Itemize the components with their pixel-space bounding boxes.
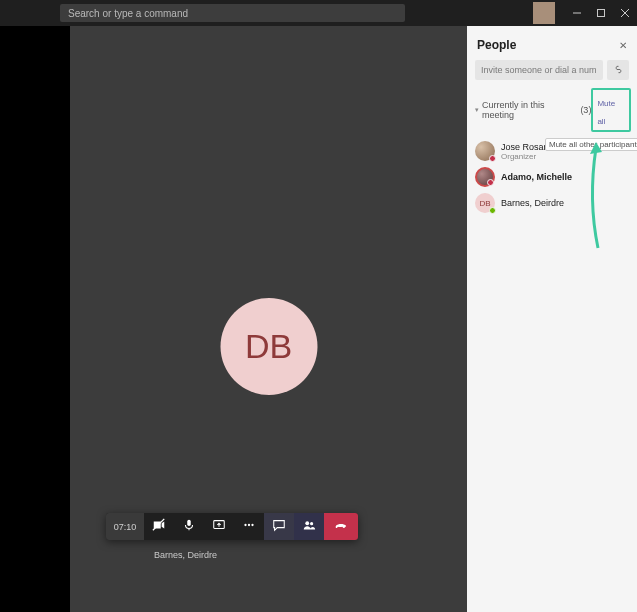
presence-available-icon: [489, 207, 496, 214]
chat-button[interactable]: [264, 513, 294, 540]
dial-pad-button[interactable]: [607, 60, 629, 80]
link-icon: [613, 61, 624, 79]
participant-list: Jose Rosario Organizer Mute all other pa…: [467, 138, 637, 216]
people-button[interactable]: [294, 513, 324, 540]
mic-toggle-button[interactable]: [174, 513, 204, 540]
camera-toggle-button[interactable]: [144, 513, 174, 540]
svg-point-10: [305, 521, 309, 525]
participant-name-caption: Barnes, Deirdre: [154, 550, 217, 560]
svg-rect-1: [598, 10, 605, 17]
participant-row[interactable]: DB Barnes, Deirdre: [467, 190, 637, 216]
video-stage: DB 07:10: [70, 26, 467, 612]
svg-point-8: [248, 523, 250, 525]
share-screen-icon: [212, 518, 226, 536]
share-screen-button[interactable]: [204, 513, 234, 540]
search-container: [60, 4, 405, 22]
maximize-button[interactable]: [589, 0, 613, 26]
close-icon: ✕: [619, 40, 627, 51]
presence-busy-icon: [489, 155, 496, 162]
more-actions-button[interactable]: [234, 513, 264, 540]
presence-busy-icon: [487, 179, 494, 186]
camera-off-icon: [152, 518, 166, 536]
people-icon: [302, 518, 316, 536]
section-count: (3): [580, 105, 591, 115]
search-input[interactable]: [68, 8, 397, 19]
hangup-icon: [334, 518, 348, 536]
chevron-down-icon[interactable]: ▾: [475, 106, 479, 114]
chat-icon: [272, 518, 286, 536]
avatar: [475, 167, 495, 187]
call-duration: 07:10: [106, 513, 144, 540]
people-title: People: [477, 38, 516, 52]
participant-name: Barnes, Deirdre: [501, 198, 564, 208]
avatar: DB: [475, 193, 495, 213]
participant-role: Organizer: [501, 152, 554, 161]
ellipsis-icon: [242, 518, 256, 536]
participant-row[interactable]: Jose Rosario Organizer Mute all other pa…: [467, 138, 637, 164]
participant-row[interactable]: Adamo, Michelle: [467, 164, 637, 190]
minimize-button[interactable]: [565, 0, 589, 26]
call-toolbar: 07:10: [106, 513, 358, 540]
avatar: [475, 141, 495, 161]
people-panel: People ✕ ▾ Currently in this meeting (3)…: [467, 26, 637, 612]
user-avatar-tile[interactable]: [533, 2, 555, 24]
svg-rect-5: [187, 519, 191, 525]
svg-point-11: [310, 522, 313, 525]
close-window-button[interactable]: [613, 0, 637, 26]
svg-point-7: [244, 523, 246, 525]
section-label: Currently in this meeting: [482, 100, 577, 120]
hangup-button[interactable]: [324, 513, 358, 540]
participant-avatar-large: DB: [220, 298, 317, 395]
svg-point-9: [251, 523, 253, 525]
microphone-icon: [182, 518, 196, 536]
left-rail: [0, 26, 70, 612]
close-panel-button[interactable]: ✕: [619, 40, 627, 51]
mute-all-button[interactable]: Mute all: [597, 99, 615, 126]
mute-all-highlight: Mute all: [591, 88, 631, 132]
invite-input[interactable]: [475, 60, 603, 80]
mute-all-tooltip: Mute all other participants: [545, 138, 637, 151]
title-bar: [0, 0, 637, 26]
participant-name: Adamo, Michelle: [501, 172, 572, 182]
